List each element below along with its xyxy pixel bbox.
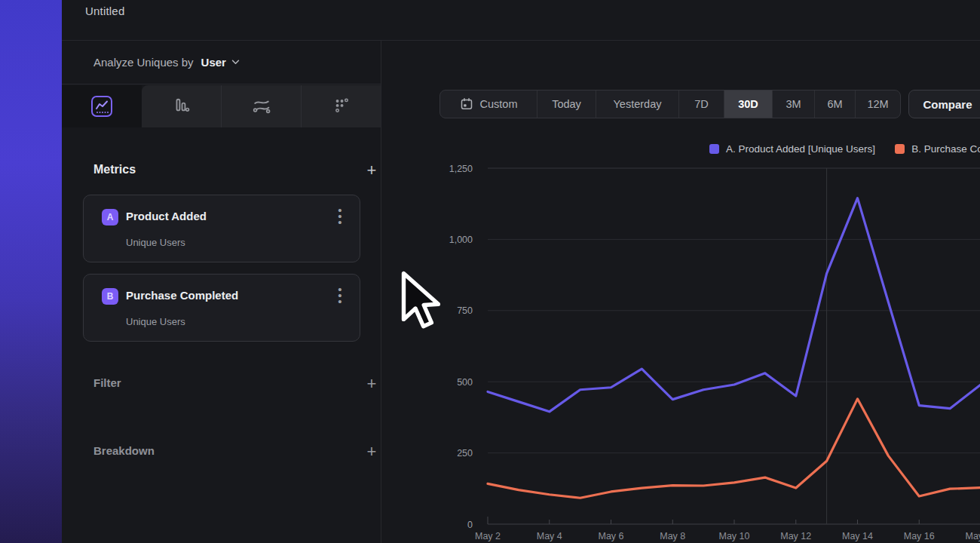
metric-card-a[interactable]: A Product Added Unique Users ••• [83, 195, 360, 262]
metric-name[interactable]: Product Added [126, 210, 207, 222]
range-button-yesterday[interactable]: Yesterday [596, 90, 678, 118]
metrics-title: Metrics [93, 163, 136, 176]
legend-swatch [709, 144, 719, 154]
breakdown-title: Breakdown [93, 444, 155, 457]
scatter-dots-icon [332, 97, 351, 116]
y-axis-label: 1,250 [449, 164, 473, 174]
add-filter-button[interactable]: + [363, 374, 380, 394]
report-title[interactable]: Untitled [85, 5, 124, 17]
breakdown-header: Breakdown + [93, 444, 350, 462]
series-line-a-product-added-unique-users [488, 198, 980, 412]
metric-name[interactable]: Purchase Completed [126, 289, 238, 302]
y-axis-label: 250 [457, 448, 473, 459]
x-axis-label: May 18 [966, 531, 980, 541]
legend-label: A. Product Added [Unique Users] [726, 143, 875, 155]
metric-measure[interactable]: Unique Users [126, 316, 185, 327]
legend-label: B. Purchase Completed [Unique Users] [911, 143, 980, 155]
filter-header: Filter + [93, 376, 350, 394]
tab-bar-chart[interactable] [142, 85, 221, 127]
x-axis-label: May 8 [660, 531, 685, 541]
metrics-header: Metrics + [93, 163, 350, 181]
range-button-6m[interactable]: 6M [814, 90, 855, 118]
series-line-b-purchase-completed-unique-users [488, 399, 980, 498]
add-metric-button[interactable]: + [363, 161, 380, 180]
analyze-row: Analyze Uniques by User [62, 41, 381, 84]
legend-item[interactable]: A. Product Added [Unique Users] [709, 143, 875, 155]
inactive-tabs-strip [142, 85, 381, 127]
y-axis-label: 750 [457, 305, 473, 316]
x-axis-label: May 6 [598, 531, 623, 541]
calendar-icon [460, 97, 473, 111]
x-axis-label: May 2 [475, 531, 501, 541]
x-axis-label: May 14 [842, 531, 873, 541]
tab-line-chart[interactable] [62, 85, 142, 127]
metric-options-kebab-icon[interactable]: ••• [332, 207, 348, 227]
y-axis-label: 1,000 [449, 235, 473, 245]
chart-type-tabs [62, 85, 381, 127]
analyze-value-dropdown[interactable]: User [201, 56, 226, 69]
metric-badge-a: A [102, 209, 118, 225]
range-button-7d[interactable]: 7D [678, 90, 724, 118]
metric-measure[interactable]: Unique Users [126, 237, 185, 248]
query-sidebar: Analyze Uniques by User [62, 41, 381, 543]
x-axis-label: May 12 [780, 531, 811, 541]
bar-chart-icon [172, 97, 191, 116]
analyze-label: Analyze Uniques by [93, 56, 194, 69]
decorative-gradient-strip [0, 0, 62, 543]
chart-area: 02505007501,0001,250May 2May 4May 6May 8… [422, 155, 980, 543]
y-axis-label: 0 [467, 520, 473, 530]
range-button-3m[interactable]: 3M [772, 90, 814, 118]
chevron-down-icon[interactable] [231, 60, 240, 65]
metric-options-kebab-icon[interactable]: ••• [332, 287, 348, 306]
range-button-today[interactable]: Today [537, 90, 596, 118]
metric-badge-b: B [102, 288, 118, 305]
x-axis-label: May 10 [719, 531, 750, 541]
compare-button[interactable]: Compare [908, 90, 980, 118]
range-button-30d[interactable]: 30D [724, 90, 772, 118]
flows-icon [251, 96, 272, 117]
legend-swatch [895, 144, 905, 154]
add-breakdown-button[interactable]: + [363, 442, 380, 462]
filter-title: Filter [93, 376, 121, 389]
date-range-control: CustomTodayYesterday7D30D3M6M12M [439, 90, 901, 118]
legend-item[interactable]: B. Purchase Completed [Unique Users] [895, 143, 980, 155]
top-bar: Untitled [62, 0, 980, 41]
line-chart-icon [90, 94, 114, 118]
chart-legend: A. Product Added [Unique Users]B. Purcha… [709, 143, 980, 155]
tab-flows-chart[interactable] [221, 85, 301, 127]
tab-scatter-dots[interactable] [301, 85, 381, 127]
metric-card-b[interactable]: B Purchase Completed Unique Users ••• [83, 274, 360, 342]
x-axis-label: May 16 [904, 531, 935, 541]
y-axis-label: 500 [457, 377, 473, 388]
range-button-12m[interactable]: 12M [855, 90, 900, 118]
line-chart: 02505007501,0001,250May 2May 4May 6May 8… [422, 155, 980, 543]
range-button-custom[interactable]: Custom [440, 90, 537, 118]
x-axis-label: May 4 [537, 531, 562, 541]
